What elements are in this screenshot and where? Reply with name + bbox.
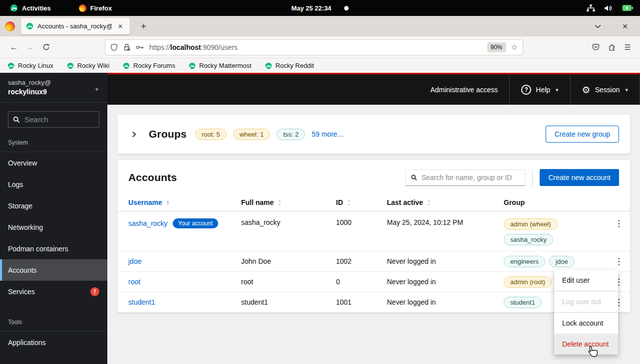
sidebar-item-overview[interactable]: Overview xyxy=(0,152,107,174)
groups-more-link[interactable]: 59 more... xyxy=(312,130,343,138)
battery-icon xyxy=(622,4,633,11)
help-menu-button[interactable]: ? Help ▾ xyxy=(509,75,570,105)
masthead: Administrative access ? Help ▾ ⚙ Session… xyxy=(107,75,640,105)
row-kebab-menu-icon[interactable]: ⋮ xyxy=(612,256,627,267)
extensions-puzzle-icon[interactable] xyxy=(608,43,617,51)
accounts-card: Accounts Create new account Username↑ Fu… xyxy=(117,160,630,313)
group-pill: sasha_rocky xyxy=(504,234,553,245)
administrative-access-label: Administrative access xyxy=(430,86,498,94)
tab-favicon-rocky xyxy=(26,22,33,30)
browser-tab-accounts[interactable]: Accounts - sasha_rocky@ ✕ xyxy=(21,18,130,34)
create-new-account-button[interactable]: Create new account xyxy=(540,169,619,186)
sidebar-search-input[interactable] xyxy=(24,115,94,124)
host-switcher[interactable]: sasha_rocky@ rockylinux9 ▾ xyxy=(0,73,107,103)
username-link[interactable]: jdoe xyxy=(128,257,141,265)
activities-button[interactable]: Activities xyxy=(7,0,54,16)
search-icon xyxy=(411,174,417,181)
username-link[interactable]: sasha_rocky xyxy=(128,219,168,227)
bookmark-icon xyxy=(189,62,196,69)
sort-ascending-icon: ↑ xyxy=(166,198,170,206)
sidebar-item-label: Services xyxy=(8,288,35,296)
sidebar: sasha_rocky@ rockylinux9 ▾ System Overvi… xyxy=(0,73,107,364)
column-header-last-active[interactable]: Last active xyxy=(387,198,504,206)
full-name-cell: root xyxy=(241,278,336,286)
new-tab-button[interactable]: + xyxy=(137,21,150,32)
create-new-group-button[interactable]: Create new group xyxy=(546,126,619,143)
session-menu-button[interactable]: ⚙ Session ▾ xyxy=(570,75,640,105)
sidebar-section-tools: Tools xyxy=(0,314,107,332)
group-badge-tss[interactable]: tss: 2 xyxy=(277,129,305,140)
menu-item-lock-account[interactable]: Lock account xyxy=(554,313,618,334)
username-link[interactable]: student1 xyxy=(128,298,155,306)
clock[interactable]: May 25 22:34 xyxy=(291,4,348,12)
shield-icon[interactable] xyxy=(110,43,118,51)
column-header-full-name[interactable]: Full name xyxy=(241,198,336,206)
sidebar-item-networking[interactable]: Networking xyxy=(0,216,107,238)
bookmark-label: Rocky Linux xyxy=(18,62,53,69)
groups-expand-button[interactable] xyxy=(128,131,139,138)
sort-icon xyxy=(427,199,431,206)
reload-button[interactable] xyxy=(38,39,54,55)
tab-close-icon[interactable]: ✕ xyxy=(116,22,125,31)
bookmark-rocky-wiki[interactable]: Rocky Wiki xyxy=(67,62,109,69)
full-name-cell: sasha_rocky xyxy=(241,218,336,226)
full-name-cell: John Doe xyxy=(241,257,336,265)
column-header-username[interactable]: Username↑ xyxy=(128,198,241,206)
last-active-cell: Never logged in xyxy=(387,257,504,265)
firefox-app-indicator[interactable]: Firefox xyxy=(76,0,115,16)
full-name-cell: student1 xyxy=(241,298,336,306)
gnome-top-bar: Activities Firefox May 25 22:34 xyxy=(0,0,640,16)
accounts-search[interactable] xyxy=(405,170,525,186)
sidebar-item-label: Networking xyxy=(8,223,43,231)
toolbar-right: ☰ xyxy=(592,43,634,52)
zoom-level-badge[interactable]: 90% xyxy=(487,42,506,52)
firefox-label: Firefox xyxy=(90,4,112,12)
menu-item-delete-account[interactable]: Delete account xyxy=(554,334,618,355)
menu-item-edit-user[interactable]: Edit user xyxy=(554,270,618,291)
gear-icon: ⚙ xyxy=(582,85,591,95)
column-header-id[interactable]: ID xyxy=(336,198,387,206)
username-link[interactable]: root xyxy=(128,278,140,286)
system-tray[interactable] xyxy=(587,4,633,12)
sidebar-item-label: Accounts xyxy=(8,266,37,274)
sidebar-item-services[interactable]: Services ! xyxy=(0,281,107,302)
sidebar-item-storage[interactable]: Storage xyxy=(0,195,107,216)
group-badge-wheel[interactable]: wheel: 1 xyxy=(233,129,270,140)
host-name: rockylinux9 xyxy=(8,88,99,96)
url-bar[interactable]: https://localhost:9090/users 90% ☆ xyxy=(105,39,523,55)
lock-warning-icon[interactable] xyxy=(123,43,131,51)
column-header-group: Group xyxy=(504,198,608,206)
key-icon[interactable] xyxy=(136,44,144,51)
bookmark-rocky-forums[interactable]: Rocky Forums xyxy=(123,62,175,69)
sidebar-item-logs[interactable]: Logs xyxy=(0,174,107,195)
bookmark-rocky-reddit[interactable]: Rocky Reddit xyxy=(265,62,314,69)
accounts-search-input[interactable] xyxy=(421,174,520,182)
groups-card: Groups root: 5 wheel: 1 tss: 2 59 more..… xyxy=(117,115,630,154)
administrative-access-button[interactable]: Administrative access xyxy=(419,75,509,105)
bookmark-icon xyxy=(123,62,130,69)
back-button[interactable]: ← xyxy=(6,39,22,55)
column-label: Group xyxy=(504,198,525,206)
list-tabs-chevron-icon[interactable] xyxy=(595,24,601,28)
group-badge-root[interactable]: root: 5 xyxy=(195,129,227,140)
table-row: root root 0 Never logged in admin (root)… xyxy=(117,272,630,292)
sidebar-item-accounts[interactable]: Accounts xyxy=(0,259,107,281)
column-label: Username xyxy=(128,198,162,206)
pocket-icon[interactable] xyxy=(592,43,600,51)
window-controls: ✕ xyxy=(595,22,635,30)
menu-hamburger-icon[interactable]: ☰ xyxy=(625,43,631,52)
url-text[interactable]: https://localhost:9090/users xyxy=(149,43,482,51)
group-pill: admin (wheel) xyxy=(504,218,558,230)
sidebar-search[interactable] xyxy=(8,111,99,128)
bookmark-star-icon[interactable]: ☆ xyxy=(511,43,518,52)
mouse-cursor xyxy=(587,346,598,358)
bookmark-rocky-linux[interactable]: Rocky Linux xyxy=(7,62,53,69)
clock-text: May 25 22:34 xyxy=(291,4,331,12)
sidebar-item-podman-containers[interactable]: Podman containers xyxy=(0,238,107,259)
firefox-logo-icon[interactable] xyxy=(5,21,15,31)
session-caret-icon: ▾ xyxy=(625,87,628,93)
row-kebab-menu-icon[interactable]: ⋮ xyxy=(612,218,627,229)
window-close-icon[interactable]: ✕ xyxy=(622,22,628,30)
bookmark-rocky-mattermost[interactable]: Rocky Mattermost xyxy=(189,62,252,69)
sidebar-item-applications[interactable]: Applications xyxy=(0,332,107,353)
